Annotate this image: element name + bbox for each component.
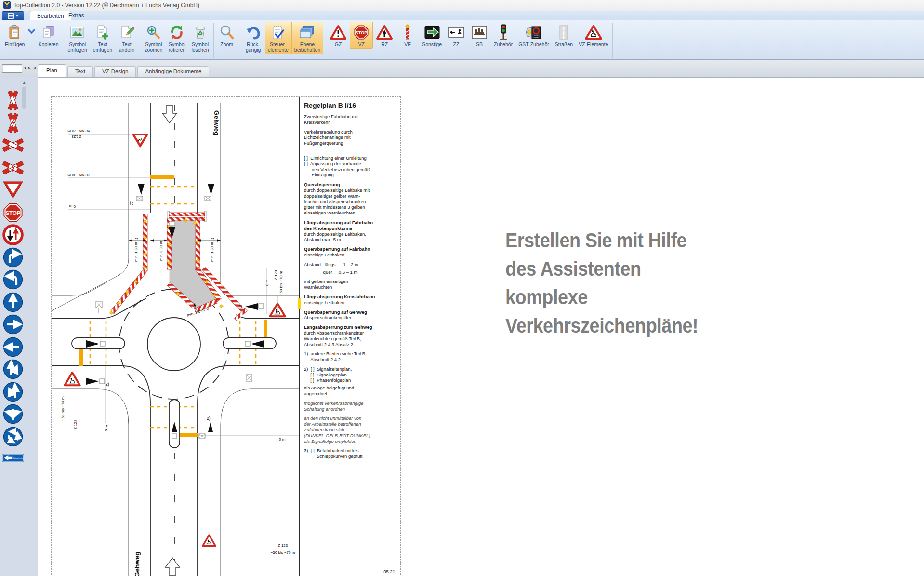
toolbar-button-ebene-beibehalten[interactable]: Ebene beibehalten xyxy=(291,22,323,54)
toolbar-button-sonstige[interactable]: Sonstige xyxy=(419,22,445,49)
toolbar-label: Sonstige xyxy=(422,42,442,47)
tab-text[interactable]: Text xyxy=(67,66,93,78)
copy-icon xyxy=(40,24,57,41)
toolbar-label: VZ xyxy=(358,42,364,47)
sidebar-sign-straight-or-left[interactable] xyxy=(2,381,24,402)
sidebar-sign-andreaskreuz-vertical[interactable] xyxy=(2,90,24,111)
sidebar-sign-stop[interactable]: STOP xyxy=(2,202,24,223)
toolbar-button-symbol-loeschen[interactable]: Symbol löschen xyxy=(188,22,211,54)
toolbar-button-symbol-rotieren[interactable]: Symbol rotieren xyxy=(165,22,188,54)
svg-text:−50 bis −70 m: −50 bis −70 m xyxy=(67,129,92,133)
toolbar-separator xyxy=(140,23,140,58)
toolbar-label: Straßen xyxy=(555,42,573,47)
toolbar-label: Zoom xyxy=(220,42,233,47)
toolbar-button-rueckgaengig[interactable]: Rück- gängig xyxy=(242,22,265,54)
toolbar-button-symbol-zoomen[interactable]: Symbol zoomen xyxy=(142,22,165,54)
svg-text:Einbahnstraße: Einbahnstraße xyxy=(13,457,24,459)
sidebar-sign-left[interactable] xyxy=(2,336,24,358)
sidebar-sign-right[interactable] xyxy=(2,314,24,335)
sidebar-sign-andreaskreuz-wide-electrified[interactable] xyxy=(2,157,24,178)
footnote: 3) [ ] Befahrbarkeit mittels Schleppkurv… xyxy=(304,448,394,459)
paste-dropdown-chevron[interactable] xyxy=(27,22,35,41)
beacon-icon xyxy=(399,24,416,41)
menu-tab-extras[interactable]: Extras xyxy=(62,11,91,20)
checkbox-line: [ ] Einrichtung einer Umleitung xyxy=(304,155,394,161)
tab-vz-design[interactable]: VZ-Design xyxy=(94,66,136,78)
traffic-light-icon xyxy=(495,24,512,41)
sidebar-sign-roundabout[interactable] xyxy=(2,426,24,447)
toolbar-button-zz[interactable]: ZZ xyxy=(445,22,468,49)
svg-text:transport: transport xyxy=(534,36,539,38)
app-logo-icon xyxy=(3,1,11,11)
section-body: Absperrschrankengitter xyxy=(304,315,394,321)
section-header: Längsabsperrung zum Gehweg xyxy=(304,324,394,330)
app-window: Top-Collection 2.0 - Version 12.22 (© De… xyxy=(0,0,924,576)
toolbar-button-ve[interactable]: VE xyxy=(396,22,419,49)
work-zone-area xyxy=(170,220,218,309)
toolbar-button-vz-elemente[interactable]: VZ-Elemente xyxy=(576,22,611,49)
toolbar-button-einfuegen[interactable]: Einfügen xyxy=(2,22,27,49)
toolbar-separator xyxy=(325,23,325,58)
svg-text:0 m: 0 m xyxy=(104,425,108,431)
sidebar-sign-yield[interactable] xyxy=(2,179,24,201)
plan-drawing: 2) 2) xyxy=(52,97,299,576)
document-tab-bar: << >> Plan Text VZ-Design Anhängige Doku… xyxy=(0,60,924,78)
page-number-input[interactable] xyxy=(2,64,22,73)
sidebar-sign-priority-oncoming[interactable] xyxy=(2,224,24,245)
toolbar-button-vz[interactable]: STOP VZ xyxy=(350,22,373,49)
toolbar-button-zoom[interactable]: Zoom xyxy=(215,22,238,49)
regelplan-subtitle: Zweistreifige Fahrbahn mit Kreisverkehr xyxy=(304,114,394,125)
svg-text:STOP: STOP xyxy=(356,30,367,35)
section-body: durch Absperrschrankengitter Warnleuchte… xyxy=(304,330,394,347)
sidebar-sign-straight-or-right[interactable] xyxy=(2,359,24,380)
sidebar-sign-turn-right-curve[interactable] xyxy=(2,247,24,268)
svg-text:Z 123: Z 123 xyxy=(274,270,278,280)
footnote: als Anlage beigefügt und angeordnet xyxy=(304,385,394,397)
yield-sign-symbol xyxy=(132,134,149,148)
toolbar-button-sb[interactable]: SB xyxy=(468,22,491,49)
list-icon xyxy=(8,13,14,19)
svg-text:STOP: STOP xyxy=(5,210,20,216)
toolbar-button-gz[interactable]: GZ xyxy=(327,22,350,49)
svg-text:Z 123: Z 123 xyxy=(73,419,78,429)
regelplan-subtitle2: Verkehrsregelung durch Lichtzeichenanlag… xyxy=(304,129,394,146)
sidebar-sign-andreaskreuz-wide[interactable] xyxy=(2,134,24,156)
sidebar-sign-straight[interactable] xyxy=(2,292,24,313)
spacing-line: Abstand längs 1 – 2 m xyxy=(304,262,394,268)
roadworks-sign-east xyxy=(270,304,285,317)
notepad-check-icon xyxy=(269,24,287,41)
sidebar-sign-andreaskreuz-vertical-electrified[interactable] xyxy=(2,112,24,134)
app-menu-button[interactable] xyxy=(2,11,24,21)
toolbar-button-gst-zubehoer[interactable]: Schwertransport GST-Zubehör xyxy=(515,22,552,49)
toolbar-label: Zubehör xyxy=(494,42,513,47)
toolbar-button-kopieren[interactable]: Kopieren xyxy=(35,22,61,49)
scroll-up-icon[interactable]: ▲ xyxy=(21,80,27,86)
svg-text:0 m: 0 m xyxy=(265,279,269,286)
section-header: Längsabsperrung auf Fahrbahn des Knotenp… xyxy=(304,220,394,231)
toolbar-label: GZ xyxy=(335,42,342,47)
spacing-line: quer 0,6 – 1 m xyxy=(304,269,394,275)
sidebar-sign-einbahnstrasse[interactable]: Einbahnstraße xyxy=(2,448,24,468)
tab-plan[interactable]: Plan xyxy=(38,64,66,78)
toolbar-label: Text ändern xyxy=(119,42,135,53)
toolbar-label: Rück- gängig xyxy=(246,42,261,53)
regelplan-page[interactable]: 2) 2) xyxy=(52,97,400,576)
toolbar-button-text-aendern[interactable]: Text ändern xyxy=(115,22,138,54)
svg-text:2): 2) xyxy=(106,382,109,387)
toolbar-button-symbol-einfuegen[interactable]: Symbol einfügen xyxy=(65,22,90,54)
footnote: 2) [ ] Signalzeitenplan, [ ] Signallagep… xyxy=(304,366,394,383)
minimize-button[interactable]: — xyxy=(907,1,913,8)
toolbar-button-strassen[interactable]: Straßen xyxy=(552,22,576,49)
sidebar-sign-left-or-right[interactable] xyxy=(2,403,24,425)
toolbar-label: ZZ xyxy=(453,42,460,47)
checkbox-line: [ ] Anpassung der vorhande- nen Verkehrs… xyxy=(304,161,394,178)
sidebar-sign-turn-left-curve[interactable] xyxy=(2,269,24,290)
toolbar-button-text-einfuegen[interactable]: Text einfügen xyxy=(90,22,115,54)
plan-canvas: 2) 2) xyxy=(38,77,924,576)
toolbar-button-steuerelemente[interactable]: Steuer- elemente xyxy=(265,22,291,54)
toolbar-separator xyxy=(63,23,63,58)
toolbar-button-zubehoer[interactable]: Zubehör xyxy=(491,22,515,49)
toolbar-button-rz[interactable]: RZ xyxy=(373,22,396,49)
page-prev-button[interactable]: << xyxy=(24,65,31,71)
tab-anhaengige-dokumente[interactable]: Anhängige Dokumente xyxy=(137,66,209,78)
